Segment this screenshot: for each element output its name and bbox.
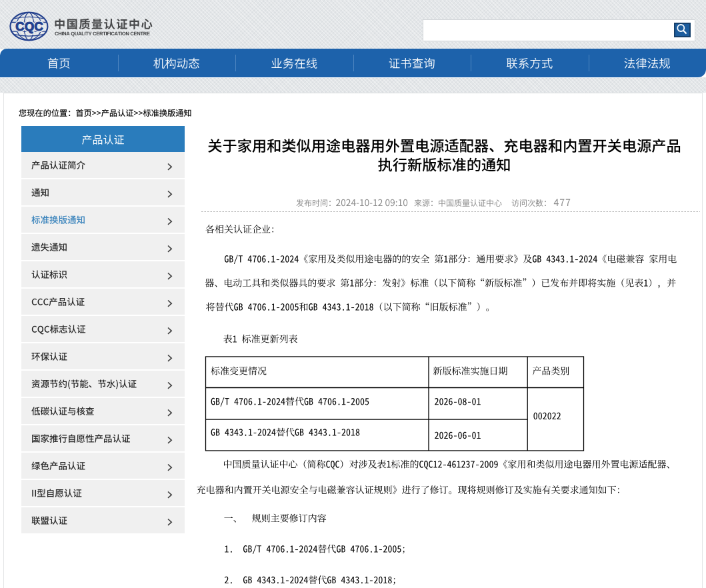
- svg-text:CQC: CQC: [15, 19, 43, 33]
